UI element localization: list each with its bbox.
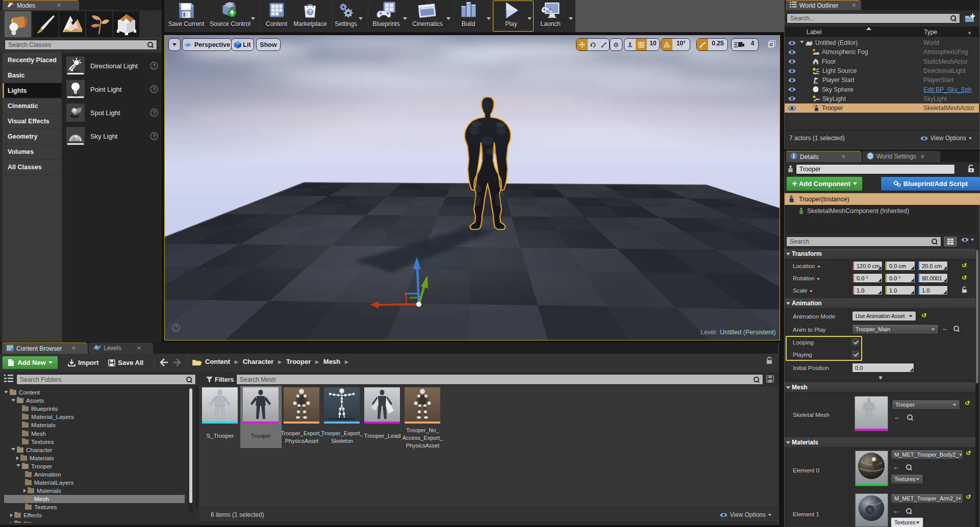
svg-text:Level:: Level: [700, 329, 717, 336]
svg-text:?: ? [174, 325, 178, 331]
svg-text:Untitled (Persistent): Untitled (Persistent) [720, 329, 776, 336]
